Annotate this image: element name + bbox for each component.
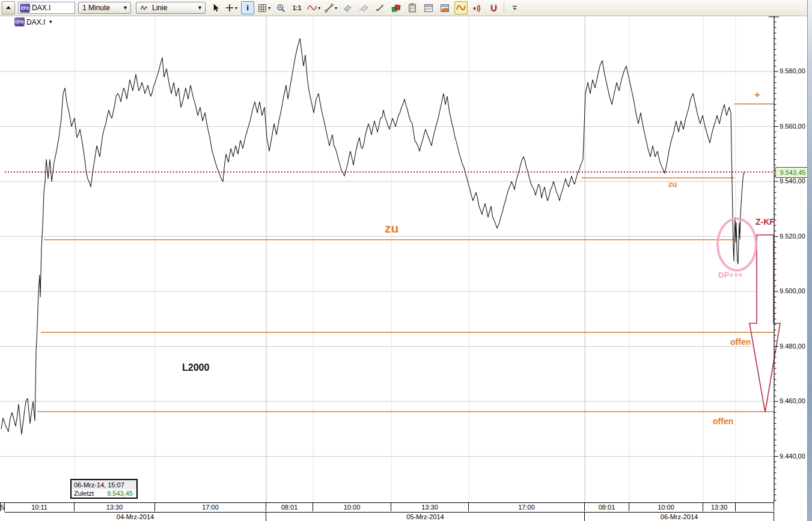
window-edge-scroll-strip[interactable] xyxy=(807,0,812,521)
offen-label-upper: offen xyxy=(730,337,751,347)
date-axis-cell: 05-Mrz-2014 xyxy=(266,512,585,521)
timeframe-select[interactable]: 1 Minute ▼ xyxy=(78,2,131,14)
chevron-down-icon: ▾ xyxy=(318,5,320,11)
tooltip-datetime: 06-Mrz-14, 15:07 xyxy=(72,480,136,489)
zu-label-upper: zu xyxy=(668,180,677,189)
time-axis-cell: 10:00 xyxy=(629,502,703,511)
chevron-down-icon: ▾ xyxy=(235,5,237,11)
time-axis: 510:1113:3017:0008:0110:0013:3017:0008:0… xyxy=(0,502,812,521)
time-axis-cell xyxy=(736,502,774,511)
price-axis-label: 9.560,00 xyxy=(780,123,805,130)
price-axis-label: 9.540,00 xyxy=(780,177,805,184)
eraser-tool[interactable] xyxy=(341,1,354,14)
toolbar-overflow-button[interactable] xyxy=(508,1,521,14)
collapse-panel-button[interactable] xyxy=(2,1,15,14)
crosshair-tool[interactable]: ▾ xyxy=(225,1,238,14)
timeframe-value: 1 Minute xyxy=(82,4,110,12)
dp-label: DP+++ xyxy=(718,270,743,279)
price-axis-label: 9.500,00 xyxy=(780,287,805,294)
chevron-down-icon: ▾ xyxy=(335,5,337,11)
toolbar: CFDi DAX.I 1 Minute ▼ Linie ▼ ▾i▾1:1▾▾ xyxy=(0,0,812,16)
cfd-badge-icon: CFDi xyxy=(20,4,30,13)
price-axis-label: 9.520,00 xyxy=(780,233,805,240)
price-axis-label: 9.460,00 xyxy=(780,397,805,404)
down-arrow-annotation xyxy=(749,235,780,412)
z-kf-label: Z-KF xyxy=(756,217,775,227)
zoom-tool[interactable] xyxy=(274,1,287,14)
data-tooltip: 06-Mrz-14, 15:07 Zuletzt 9.543,45 xyxy=(70,479,138,499)
price-chart[interactable] xyxy=(0,0,812,521)
offen-label-lower: offen xyxy=(713,416,733,426)
plus-label: + xyxy=(754,89,760,101)
collapse-icon xyxy=(5,4,12,11)
time-axis-cell: 13:30 xyxy=(75,502,155,511)
trendline-tool[interactable]: ▾ xyxy=(324,1,338,14)
time-axis-cell: 17:00 xyxy=(469,502,585,511)
zu-label-main: zu xyxy=(385,221,398,236)
tooltip-label: Zuletzt xyxy=(74,490,94,497)
info-tool[interactable]: i xyxy=(241,1,254,14)
date-axis-cell: 04-Mrz-2014 xyxy=(5,512,266,521)
magnet-tool[interactable] xyxy=(487,1,500,14)
time-axis-cell: 08:01 xyxy=(266,502,313,511)
tool-buttons-group: ▾i▾1:1▾▾ xyxy=(209,1,521,14)
legend-symbol: DAX.I xyxy=(26,18,45,26)
price-axis-label: 9.480,00 xyxy=(780,343,805,350)
time-axis-cell: 13:30 xyxy=(391,502,469,511)
alert-tool[interactable] xyxy=(471,1,484,14)
pointer-tool[interactable] xyxy=(209,1,222,14)
toolbar-separator xyxy=(504,2,504,13)
template-tool[interactable] xyxy=(454,1,468,14)
symbol-input-value: DAX.I xyxy=(32,4,50,12)
indicator-tool[interactable]: ▾ xyxy=(307,1,321,14)
chevron-down-icon: ▼ xyxy=(118,5,128,11)
chart-window-tool[interactable] xyxy=(422,1,435,14)
line-chart-icon xyxy=(140,4,149,11)
time-axis-cell: 5 xyxy=(0,502,5,511)
tooltip-value: 9.543,45 xyxy=(107,490,133,497)
chart-type-select[interactable]: Linie ▼ xyxy=(136,2,206,14)
last-price-badge: 9.543,45 xyxy=(775,167,810,178)
fit-chart-tool[interactable] xyxy=(373,1,386,14)
chevron-down-icon: ▼ xyxy=(192,5,203,11)
objects-stack-tool[interactable] xyxy=(389,1,403,14)
l2000-label: L2000 xyxy=(182,362,209,373)
price-axis-label: 9.440,00 xyxy=(780,452,805,460)
series-legend[interactable]: CFDi DAX.I ▼ xyxy=(14,17,53,26)
time-axis-cell: 08:01 xyxy=(585,502,629,511)
chart-type-value: Linie xyxy=(152,4,167,12)
chevron-down-icon: ▾ xyxy=(268,5,270,11)
time-axis-cell: 13:30 xyxy=(703,502,736,511)
time-axis-cell: 10:11 xyxy=(5,502,75,511)
time-axis-cell: 17:00 xyxy=(155,502,266,511)
price-axis-label: 9.580,00 xyxy=(780,67,805,75)
legend-dropdown-icon[interactable]: ▼ xyxy=(48,19,53,25)
erase-all-tool[interactable] xyxy=(357,1,370,14)
time-axis-cell: 10:00 xyxy=(313,502,391,511)
copy-chart-tool[interactable] xyxy=(406,1,419,14)
date-axis-cell: 06-Mrz-2014 xyxy=(585,512,774,521)
chart-fill-tool[interactable] xyxy=(438,1,451,14)
cfd-badge-icon: CFDi xyxy=(14,17,25,26)
one-to-one-tool[interactable]: 1:1 xyxy=(290,1,304,14)
symbol-input[interactable]: CFDi DAX.I xyxy=(18,2,75,14)
grid-tool[interactable]: ▾ xyxy=(257,1,271,14)
